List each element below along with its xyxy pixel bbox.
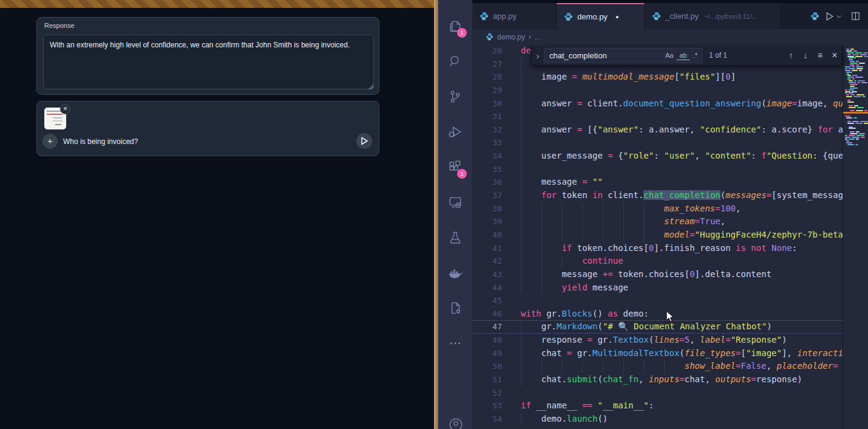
find-next-button[interactable]: ↓ — [798, 50, 813, 60]
activity-bar: 1 1 — [438, 0, 472, 429]
code-text: chat.submit(chat_fn, inputs=chat, output… — [521, 373, 843, 386]
extensions-badge: 1 — [457, 169, 467, 179]
code-text: chat = gr.MultimodalTextbox(file_types=[… — [521, 347, 843, 360]
regex-button[interactable]: .* — [691, 51, 700, 60]
line-number: 44 — [472, 281, 502, 295]
code-line: 43 message += token.choices[0].delta.con… — [472, 268, 843, 281]
send-button[interactable] — [356, 133, 372, 149]
indent-guide — [521, 413, 521, 426]
indent-guide — [521, 281, 521, 295]
code-text: user_message = {"role": "user", "content… — [521, 149, 843, 163]
line-number: 54 — [472, 413, 502, 426]
code-line: 55 — [472, 426, 843, 429]
find-in-selection-button[interactable]: ≡ — [813, 50, 827, 60]
code-text: with gr.Blocks() as demo: — [521, 307, 843, 321]
attachment-thumbnail[interactable]: ✕ — [44, 108, 66, 129]
code-text — [521, 386, 843, 400]
docker-whale-icon — [447, 265, 463, 281]
line-number: 48 — [472, 334, 502, 347]
breadcrumb[interactable]: demo.py › ... — [472, 29, 868, 44]
sidebar-item-docker[interactable] — [442, 255, 469, 290]
sidebar-item-run-debug[interactable] — [442, 114, 469, 149]
code-text: gr.Markdown("# 🔍 Document Analyzer Chatb… — [521, 320, 843, 334]
run-dropdown-icon[interactable] — [836, 13, 842, 19]
indent-guide — [623, 202, 624, 216]
textarea-resize-handle[interactable] — [368, 84, 373, 89]
code-line: 52 — [472, 386, 843, 400]
account-button[interactable] — [448, 417, 464, 429]
sidebar-item-remote-explorer[interactable] — [442, 185, 469, 220]
tab-partial[interactable] — [810, 3, 820, 29]
find-close-button[interactable]: ✕ — [827, 51, 842, 60]
indent-guide — [561, 202, 562, 216]
indent-guide — [521, 176, 521, 189]
tab-label: demo.py — [577, 12, 608, 21]
code-text: message += token.choices[0].delta.conten… — [521, 268, 843, 281]
indent-guide — [582, 228, 583, 242]
search-icon — [447, 53, 463, 69]
indent-guide — [521, 163, 521, 176]
remove-attachment-button[interactable]: ✕ — [60, 104, 70, 114]
code-line: 32 answer = [{"answer": a.answer, "confi… — [472, 123, 843, 137]
chat-input-card[interactable]: ✕ + Who is being invoiced? — [36, 101, 379, 156]
code-text: stream=True, — [521, 215, 843, 228]
tab-app-py[interactable]: app.py — [472, 3, 557, 29]
run-button[interactable] — [824, 11, 835, 22]
tab-path-description: ~/.../python3.11/... — [704, 13, 758, 20]
tab-label: _client.py — [665, 12, 699, 21]
sidebar-item-dev-containers[interactable] — [442, 290, 469, 326]
window-divider — [434, 0, 438, 429]
breadcrumb-more[interactable]: ... — [535, 33, 541, 41]
line-number: 27 — [472, 58, 502, 71]
response-textarea[interactable]: With an extremely high level of confiden… — [43, 35, 374, 89]
code-text: yield message — [521, 281, 843, 295]
code-line: 44 yield message — [472, 281, 843, 295]
indent-guide — [541, 202, 542, 216]
sidebar-item-testing[interactable] — [442, 220, 469, 255]
sidebar-item-source-control[interactable] — [442, 79, 469, 114]
sidebar-item-search[interactable] — [442, 44, 469, 79]
sidebar-item-extensions[interactable]: 1 — [442, 149, 469, 185]
find-previous-button[interactable]: ↑ — [784, 50, 798, 60]
code-text: demo.launch() — [521, 413, 843, 426]
code-text: answer = [{"answer": a.answer, "confiden… — [521, 123, 843, 137]
indent-guide — [521, 189, 521, 202]
code-line: 30 answer = client.document_question_ans… — [472, 97, 843, 111]
python-icon — [564, 12, 573, 21]
sidebar-item-explorer[interactable]: 1 — [442, 9, 469, 44]
indent-guide — [521, 58, 521, 71]
code-text: show_label=False, placeholder= — [521, 360, 843, 373]
indent-guide — [521, 123, 521, 137]
split-editor-button[interactable] — [850, 11, 861, 21]
code-line: 45 — [472, 294, 843, 307]
indent-guide — [603, 228, 603, 242]
code-editor[interactable]: 26def chat_fn(multimodal_message):2728 i… — [472, 44, 868, 429]
minimap[interactable] — [843, 44, 868, 429]
indent-guide — [561, 360, 562, 373]
line-number: 36 — [472, 176, 502, 189]
indent-guide — [582, 215, 583, 228]
indent-guide — [521, 149, 521, 163]
unsaved-dot-icon[interactable]: ● — [615, 14, 619, 20]
indent-guide — [541, 255, 542, 268]
match-case-button[interactable]: Aa — [663, 51, 676, 60]
chat-input-row: + Who is being invoiced? — [37, 134, 379, 149]
tab-client-py[interactable]: _client.py ~/.../python3.11/... — [645, 3, 781, 29]
tab-demo-py[interactable]: demo.py ● — [557, 3, 645, 29]
indent-guide — [521, 202, 521, 216]
indent-guide — [541, 360, 542, 373]
chat-message-input[interactable]: Who is being invoiced? — [63, 137, 138, 146]
find-input[interactable]: chat_completion Aa ab .* — [544, 48, 703, 63]
whole-word-button[interactable]: ab — [677, 51, 689, 60]
python-icon — [810, 12, 819, 21]
add-file-button[interactable]: + — [42, 134, 58, 149]
find-expand-chevron-icon[interactable]: › — [532, 50, 544, 61]
breadcrumb-file[interactable]: demo.py — [497, 33, 525, 41]
indent-guide — [561, 255, 562, 268]
sidebar-item-more[interactable] — [442, 326, 469, 361]
line-number: 34 — [472, 149, 502, 163]
ellipsis-icon — [447, 335, 463, 351]
tab-bar-empty — [781, 3, 810, 29]
code-line: 36 message = "" — [472, 176, 843, 189]
find-query-text[interactable]: chat_completion — [549, 51, 662, 60]
